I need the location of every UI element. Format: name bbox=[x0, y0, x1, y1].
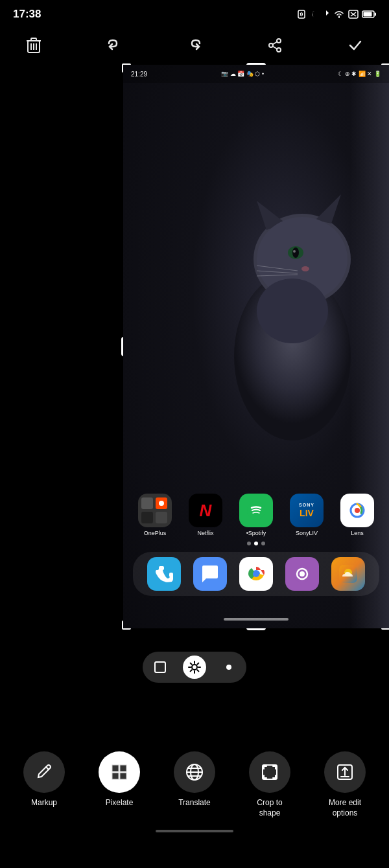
app-spotify-label: •Spotify bbox=[246, 530, 266, 536]
svg-line-48 bbox=[197, 670, 198, 671]
ss-right-icons: ☾ ⊕ ✱ 📶 ✕ 🔋 bbox=[338, 71, 381, 77]
page-dots bbox=[130, 542, 383, 545]
more-edit-options-tool[interactable]: More editoptions bbox=[312, 751, 377, 818]
bottom-toolbar: Markup Pixelate bbox=[0, 738, 389, 868]
ss-icons: 📷 ☁ 📅 🎭 ⬡ • bbox=[221, 71, 264, 77]
app-netflix-label: Netflix bbox=[197, 530, 213, 536]
svg-rect-53 bbox=[120, 765, 126, 771]
dock-chrome[interactable] bbox=[239, 557, 273, 591]
cat-image bbox=[202, 130, 383, 453]
app-spotify[interactable]: •Spotify bbox=[234, 494, 278, 536]
pixelate-label: Pixelate bbox=[106, 798, 134, 808]
crop-strip-button[interactable] bbox=[143, 652, 178, 683]
crop-to-shape-tool[interactable]: Crop toshape bbox=[237, 751, 302, 818]
undo-button[interactable] bbox=[100, 31, 128, 60]
app-sonyliv[interactable]: SONY LIV SonyLIV bbox=[285, 494, 329, 536]
svg-rect-5 bbox=[375, 13, 376, 16]
svg-line-50 bbox=[191, 670, 192, 671]
translate-label: Translate bbox=[178, 798, 211, 808]
dot-1 bbox=[247, 542, 251, 545]
app-oneplus[interactable]: OnePlus bbox=[133, 494, 177, 536]
wifi-icon bbox=[333, 10, 345, 19]
status-time: 17:38 bbox=[13, 8, 41, 21]
svg-point-23 bbox=[292, 247, 299, 258]
svg-rect-54 bbox=[112, 773, 119, 779]
sim-icon bbox=[348, 10, 359, 19]
crop-container: 21:29 📷 ☁ 📅 🎭 ⬡ • ☾ ⊕ ✱ 📶 ✕ 🔋 bbox=[123, 65, 389, 628]
bottom-tools-row: Markup Pixelate bbox=[0, 738, 389, 825]
pixelate-svg bbox=[110, 763, 128, 781]
svg-line-47 bbox=[191, 663, 192, 665]
tools-strip-container bbox=[0, 640, 389, 683]
crop-to-shape-label: Crop toshape bbox=[257, 798, 282, 818]
moon-icon bbox=[310, 10, 319, 19]
svg-point-29 bbox=[257, 279, 328, 343]
svg-line-51 bbox=[46, 767, 49, 770]
svg-point-25 bbox=[301, 266, 309, 271]
done-button[interactable] bbox=[341, 31, 370, 60]
svg-rect-0 bbox=[298, 10, 305, 18]
scroll-indicator bbox=[224, 618, 289, 621]
app-oneplus-label: OnePlus bbox=[144, 530, 167, 536]
bluetooth-icon bbox=[322, 9, 330, 19]
svg-point-24 bbox=[293, 250, 296, 253]
svg-rect-41 bbox=[155, 662, 165, 672]
svg-line-15 bbox=[273, 47, 277, 49]
more-edit-options-label: More editoptions bbox=[329, 798, 361, 818]
svg-rect-6 bbox=[364, 12, 372, 17]
app-lens-label: Lens bbox=[351, 530, 364, 536]
effects-strip-button[interactable] bbox=[183, 656, 206, 679]
crop-to-shape-icon bbox=[249, 751, 290, 793]
app-sonyliv-label: SonyLIV bbox=[296, 530, 318, 536]
pixelate-icon bbox=[99, 751, 140, 793]
redo-button[interactable] bbox=[180, 31, 209, 60]
dock-phone[interactable] bbox=[147, 557, 181, 591]
dock-weather[interactable] bbox=[331, 557, 365, 591]
battery-icon bbox=[362, 10, 376, 18]
svg-rect-61 bbox=[263, 765, 277, 779]
svg-line-16 bbox=[273, 42, 277, 45]
pixelate-tool[interactable]: Pixelate bbox=[87, 751, 152, 808]
svg-marker-20 bbox=[315, 194, 341, 223]
dock-camera[interactable] bbox=[285, 557, 319, 591]
top-toolbar bbox=[0, 26, 389, 65]
dot-3 bbox=[261, 542, 265, 545]
more-edit-options-icon bbox=[324, 751, 366, 793]
markup-icon bbox=[23, 751, 65, 793]
home-indicator bbox=[156, 830, 233, 832]
translate-tool[interactable]: Translate bbox=[162, 751, 227, 808]
dock-messages[interactable] bbox=[193, 557, 227, 591]
markup-tool[interactable]: Markup bbox=[12, 751, 77, 808]
bottom-dock bbox=[133, 552, 379, 596]
tools-strip bbox=[143, 652, 246, 683]
markup-label: Markup bbox=[31, 798, 57, 808]
nfc-icon bbox=[296, 9, 307, 19]
svg-point-35 bbox=[253, 571, 259, 577]
status-bar: 17:38 bbox=[0, 0, 389, 26]
share-button[interactable] bbox=[261, 31, 289, 60]
svg-point-38 bbox=[300, 571, 305, 577]
svg-rect-52 bbox=[112, 765, 119, 771]
translate-icon bbox=[174, 751, 215, 793]
phone-screenshot: 21:29 📷 ☁ 📅 🎭 ⬡ • ☾ ⊕ ✱ 📶 ✕ 🔋 bbox=[123, 65, 389, 628]
adjust-strip-button[interactable] bbox=[211, 652, 246, 683]
app-dock: OnePlus N Netflix •Spotify bbox=[123, 494, 389, 596]
app-netflix[interactable]: N Netflix bbox=[183, 494, 228, 536]
delete-button[interactable] bbox=[19, 31, 48, 60]
dot-2 bbox=[254, 542, 258, 545]
svg-point-30 bbox=[247, 501, 265, 520]
status-icons bbox=[296, 9, 376, 19]
screenshot-status-bar: 21:29 📷 ☁ 📅 🎭 ⬡ • ☾ ⊕ ✱ 📶 ✕ 🔋 bbox=[123, 65, 389, 83]
screenshot-time: 21:29 bbox=[131, 71, 147, 78]
svg-point-42 bbox=[192, 665, 197, 670]
svg-rect-55 bbox=[120, 773, 126, 779]
svg-point-32 bbox=[355, 508, 360, 513]
app-lens[interactable]: Lens bbox=[335, 494, 379, 536]
main-app-row: OnePlus N Netflix •Spotify bbox=[130, 494, 383, 536]
svg-line-49 bbox=[197, 663, 198, 665]
